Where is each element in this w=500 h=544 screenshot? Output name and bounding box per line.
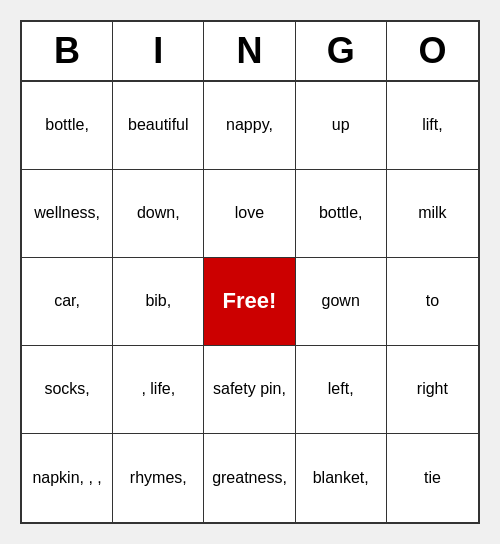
cell-text-19: right <box>417 379 448 400</box>
bingo-cell-23[interactable]: blanket, <box>296 434 387 522</box>
cell-text-14: to <box>426 291 439 312</box>
cell-text-13: gown <box>322 291 360 312</box>
bingo-cell-6[interactable]: down, <box>113 170 204 258</box>
bingo-cell-2[interactable]: nappy, <box>204 82 295 170</box>
cell-text-6: down, <box>137 203 180 224</box>
bingo-cell-17[interactable]: safety pin, <box>204 346 295 434</box>
bingo-cell-8[interactable]: bottle, <box>296 170 387 258</box>
bingo-cell-22[interactable]: greatness, <box>204 434 295 522</box>
header-g: G <box>296 22 387 80</box>
bingo-cell-19[interactable]: right <box>387 346 478 434</box>
bingo-cell-16[interactable]: , life, <box>113 346 204 434</box>
cell-text-10: car, <box>54 291 80 312</box>
cell-text-23: blanket, <box>313 468 369 489</box>
header-i: I <box>113 22 204 80</box>
bingo-cell-4[interactable]: lift, <box>387 82 478 170</box>
cell-text-3: up <box>332 115 350 136</box>
cell-text-21: rhymes, <box>130 468 187 489</box>
cell-text-16: , life, <box>141 379 175 400</box>
bingo-cell-13[interactable]: gown <box>296 258 387 346</box>
cell-text-22: greatness, <box>212 468 287 489</box>
bingo-cell-0[interactable]: bottle, <box>22 82 113 170</box>
cell-text-12: Free! <box>223 287 277 316</box>
bingo-grid: bottle,beautifulnappy,uplift,wellness,do… <box>22 82 478 522</box>
cell-text-1: beautiful <box>128 115 189 136</box>
bingo-cell-14[interactable]: to <box>387 258 478 346</box>
bingo-cell-1[interactable]: beautiful <box>113 82 204 170</box>
bingo-cell-18[interactable]: left, <box>296 346 387 434</box>
cell-text-15: socks, <box>44 379 89 400</box>
cell-text-9: milk <box>418 203 446 224</box>
bingo-cell-10[interactable]: car, <box>22 258 113 346</box>
bingo-cell-7[interactable]: love <box>204 170 295 258</box>
cell-text-17: safety pin, <box>213 379 286 400</box>
bingo-cell-15[interactable]: socks, <box>22 346 113 434</box>
cell-text-2: nappy, <box>226 115 273 136</box>
bingo-cell-21[interactable]: rhymes, <box>113 434 204 522</box>
header-b: B <box>22 22 113 80</box>
cell-text-20: napkin, , , <box>32 468 101 489</box>
bingo-header: B I N G O <box>22 22 478 82</box>
header-o: O <box>387 22 478 80</box>
header-n: N <box>204 22 295 80</box>
cell-text-11: bib, <box>145 291 171 312</box>
free-space[interactable]: Free! <box>204 258 295 346</box>
cell-text-0: bottle, <box>45 115 89 136</box>
cell-text-5: wellness, <box>34 203 100 224</box>
bingo-cell-11[interactable]: bib, <box>113 258 204 346</box>
bingo-cell-24[interactable]: tie <box>387 434 478 522</box>
bingo-cell-3[interactable]: up <box>296 82 387 170</box>
bingo-card: B I N G O bottle,beautifulnappy,uplift,w… <box>20 20 480 524</box>
bingo-cell-9[interactable]: milk <box>387 170 478 258</box>
cell-text-7: love <box>235 203 264 224</box>
bingo-cell-5[interactable]: wellness, <box>22 170 113 258</box>
bingo-cell-20[interactable]: napkin, , , <box>22 434 113 522</box>
cell-text-4: lift, <box>422 115 442 136</box>
cell-text-8: bottle, <box>319 203 363 224</box>
cell-text-18: left, <box>328 379 354 400</box>
cell-text-24: tie <box>424 468 441 489</box>
